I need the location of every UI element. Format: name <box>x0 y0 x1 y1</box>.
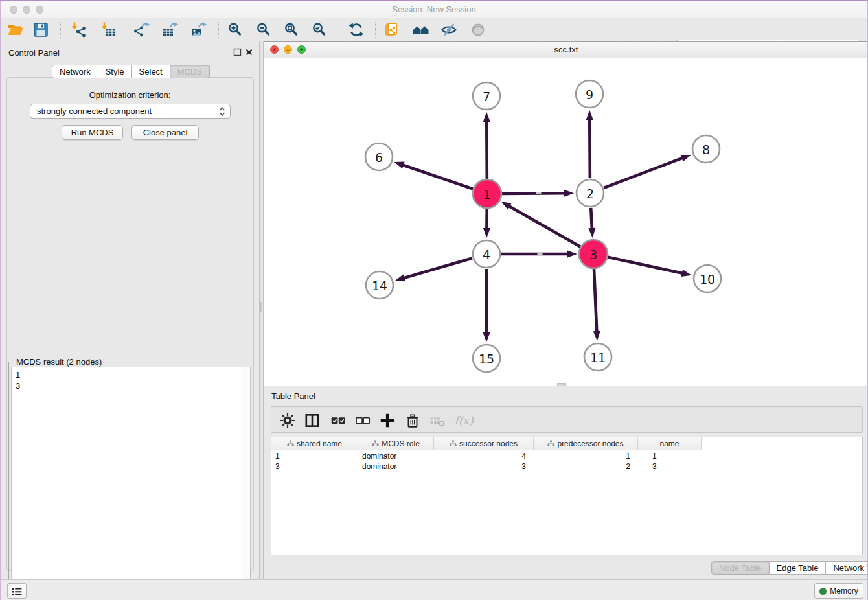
table-cell[interactable]: 1 <box>271 451 358 461</box>
export-image-icon[interactable] <box>190 21 208 39</box>
column-header-predecessor-nodes[interactable]: predecessor nodes <box>534 437 638 450</box>
node-label: 3 <box>589 248 597 262</box>
clone-network-icon[interactable] <box>383 21 401 39</box>
close-panel-icon[interactable] <box>245 48 253 56</box>
zoom-out-icon[interactable] <box>255 21 273 39</box>
splitter-grip[interactable] <box>260 302 262 312</box>
add-column-icon[interactable] <box>379 412 396 429</box>
mcds-result-node[interactable]: 1 <box>12 367 250 380</box>
table-cell[interactable]: dominator <box>358 451 434 461</box>
zoom-selected-icon[interactable] <box>310 21 328 39</box>
import-network-icon[interactable] <box>69 21 87 39</box>
table-cell[interactable]: dominator <box>358 461 434 472</box>
delete-column-icon[interactable] <box>404 412 421 429</box>
graph-node-6[interactable]: 6 <box>365 143 393 170</box>
graph-edge-1-7[interactable] <box>483 112 490 179</box>
network-canvas[interactable]: 7968124314101511 <box>264 58 868 386</box>
close-panel-button[interactable]: Close panel <box>131 125 199 140</box>
column-header-successor-nodes[interactable]: successor nodes <box>434 437 534 450</box>
column-header-shared-name[interactable]: shared name <box>271 437 358 450</box>
network-window: ✕ − + scc.txt 7968124314101511 <box>264 41 868 386</box>
graph-edge-1-2[interactable] <box>502 190 574 197</box>
graph-edge-1-6[interactable] <box>394 162 474 189</box>
column-header-MCDS-role[interactable]: MCDS role <box>358 437 434 450</box>
tab-style[interactable]: Style <box>98 65 132 78</box>
table-cell[interactable]: 2 <box>534 461 638 472</box>
table-cell[interactable]: 1 <box>534 451 638 461</box>
node-label: 9 <box>586 87 593 102</box>
graph-node-1[interactable]: 1 <box>473 179 501 208</box>
graph-node-4[interactable]: 4 <box>473 240 500 268</box>
graph-edge-2-9[interactable] <box>586 110 593 178</box>
control-panel: Control Panel NetworkStyleSelectMCDS Opt… <box>1 41 259 579</box>
graph-edge-3-11[interactable] <box>593 269 600 341</box>
tab-mcds[interactable]: MCDS <box>170 65 210 78</box>
export-network-icon[interactable] <box>133 21 151 39</box>
result-scrollbar[interactable] <box>242 367 250 600</box>
network-window-titlebar[interactable]: ✕ − + scc.txt <box>264 42 868 58</box>
function-builder-icon[interactable]: f(x) <box>453 412 475 429</box>
tab-network[interactable]: Network <box>52 65 98 78</box>
open-session-icon[interactable] <box>6 21 25 39</box>
column-visibility-icon[interactable] <box>304 412 321 429</box>
toolbar-separator <box>339 22 339 38</box>
apply-layout-icon[interactable] <box>347 21 365 39</box>
graph-edge-3-10[interactable] <box>608 257 691 277</box>
tab-network-table[interactable]: Network Table <box>826 561 868 575</box>
graph-edge-2-3[interactable] <box>588 208 595 238</box>
table-cell[interactable]: 4 <box>434 451 534 461</box>
graph-node-7[interactable]: 7 <box>473 82 500 110</box>
save-session-icon[interactable] <box>32 21 50 39</box>
graph-node-8[interactable]: 8 <box>692 135 720 163</box>
memory-button[interactable]: Memory <box>814 583 863 599</box>
column-header-name[interactable]: name <box>638 437 702 450</box>
graph-edge-4-14[interactable] <box>395 258 472 281</box>
graph-node-15[interactable]: 15 <box>473 345 500 372</box>
log-console-button[interactable] <box>7 583 27 599</box>
zoom-fit-icon[interactable] <box>282 21 301 39</box>
first-neighbors-icon[interactable] <box>412 21 430 39</box>
table-cell[interactable]: 1 <box>638 451 702 461</box>
edge-arrowhead <box>567 250 577 257</box>
graph-edge-4-3[interactable] <box>501 250 577 257</box>
export-table-icon[interactable] <box>161 21 179 39</box>
mcds-result-node[interactable]: 3 <box>12 380 250 391</box>
table-settings-gear-icon[interactable] <box>279 412 296 429</box>
graph-node-3[interactable]: 3 <box>579 240 608 268</box>
panel-splitter[interactable] <box>259 41 264 579</box>
criterion-value: strongly connected component <box>37 106 152 116</box>
import-table-icon[interactable] <box>99 21 117 39</box>
graph-node-11[interactable]: 11 <box>584 343 611 371</box>
graph-edge-2-8[interactable] <box>604 155 691 188</box>
graph-edge-4-15[interactable] <box>483 269 490 342</box>
table-row[interactable]: 1dominator411 <box>271 451 702 461</box>
graph-node-10[interactable]: 10 <box>694 265 721 292</box>
deselect-all-rows-icon[interactable] <box>354 412 371 429</box>
memory-status-dot <box>819 588 827 595</box>
tab-node-table[interactable]: Node Table <box>711 561 770 575</box>
show-all-icon[interactable] <box>469 21 487 39</box>
graph-edge-3-1[interactable] <box>501 202 580 246</box>
zoom-in-icon[interactable] <box>226 21 244 39</box>
table-cell[interactable]: 3 <box>638 461 702 472</box>
network-bottom-grip[interactable] <box>557 383 566 386</box>
criterion-dropdown[interactable]: strongly connected component <box>30 104 231 119</box>
graph-edge-1-4[interactable] <box>483 209 490 238</box>
run-mcds-button[interactable]: Run MCDS <box>62 125 123 140</box>
delete-table-icon[interactable] <box>429 412 446 429</box>
table-row[interactable]: 3dominator323 <box>271 461 702 472</box>
mcds-result-list[interactable]: 13 <box>11 367 251 600</box>
tab-select[interactable]: Select <box>132 65 170 78</box>
table-cell[interactable]: 3 <box>434 461 534 472</box>
tab-edge-table[interactable]: Edge Table <box>770 561 827 575</box>
graph-node-2[interactable]: 2 <box>577 179 604 207</box>
graph-node-14[interactable]: 14 <box>366 271 393 299</box>
graph-node-9[interactable]: 9 <box>576 80 603 108</box>
table-cell[interactable]: 3 <box>271 461 358 472</box>
node-table: shared nameMCDS rolesuccessor nodesprede… <box>271 437 863 555</box>
control-panel-tabs: NetworkStyleSelectMCDS <box>52 65 210 78</box>
edge-arrowhead <box>483 228 490 238</box>
select-all-rows-icon[interactable] <box>330 412 347 429</box>
float-panel-icon[interactable] <box>233 48 242 56</box>
hide-selected-icon[interactable] <box>440 21 458 39</box>
